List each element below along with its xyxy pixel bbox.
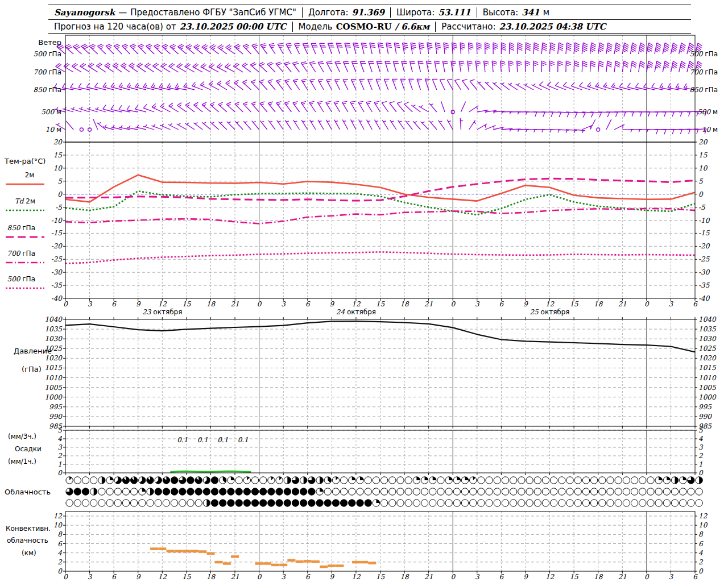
svg-text:3: 3: [669, 300, 674, 308]
svg-text:850 гПа: 850 гПа: [690, 86, 718, 94]
svg-text:12: 12: [158, 300, 168, 308]
conv-panel-title-1: Конвективн.: [6, 525, 51, 533]
svg-text:0: 0: [450, 573, 456, 581]
svg-text:1: 1: [57, 460, 62, 468]
svg-text:0: 0: [63, 573, 68, 581]
svg-text:1015: 1015: [698, 364, 717, 372]
conv-panel-title-2: облачность: [7, 537, 48, 544]
svg-text:1005: 1005: [698, 384, 717, 392]
svg-text:990: 990: [49, 413, 63, 421]
svg-text:1005: 1005: [44, 384, 63, 392]
svg-text:18: 18: [206, 573, 216, 581]
svg-text:8: 8: [698, 530, 704, 538]
svg-text:10 м: 10 м: [46, 126, 61, 134]
svg-text:500 гПа: 500 гПа: [7, 275, 35, 283]
svg-text:9: 9: [136, 573, 141, 581]
svg-text:21: 21: [424, 300, 433, 308]
svg-text:3: 3: [88, 573, 93, 581]
svg-text:15: 15: [569, 573, 579, 581]
svg-text:6: 6: [57, 540, 63, 548]
svg-text:6: 6: [693, 573, 698, 581]
svg-text:0: 0: [57, 469, 63, 477]
svg-text:3: 3: [669, 573, 674, 581]
svg-text:2: 2: [57, 452, 63, 460]
svg-text:1035: 1035: [44, 325, 63, 333]
svg-text:-5: -5: [698, 203, 706, 211]
svg-text:0: 0: [698, 567, 704, 575]
precipitation: [171, 471, 251, 472]
svg-text:850 гПа: 850 гПа: [7, 224, 35, 232]
svg-text:1040: 1040: [44, 315, 63, 323]
svg-text:12: 12: [158, 573, 168, 581]
svg-text:12: 12: [53, 512, 63, 520]
svg-text:12: 12: [545, 300, 555, 308]
svg-text:-25: -25: [698, 255, 710, 263]
wind-row-10 м: [56, 118, 706, 134]
convective-bars: [150, 547, 376, 568]
svg-text:0: 0: [63, 300, 68, 308]
svg-text:15: 15: [698, 151, 708, 159]
cloud-cover: [66, 477, 702, 506]
svg-text:1010: 1010: [698, 374, 717, 382]
svg-text:6: 6: [305, 573, 311, 581]
svg-text:6: 6: [698, 540, 704, 548]
svg-text:-35: -35: [51, 281, 63, 289]
svg-text:10: 10: [698, 164, 708, 172]
svg-text:1025: 1025: [698, 344, 717, 352]
svg-text:5: 5: [698, 177, 704, 185]
svg-text:-25: -25: [51, 255, 63, 263]
svg-text:1015: 1015: [44, 364, 63, 372]
date-label: 25 октября: [530, 308, 569, 316]
svg-text:1040: 1040: [698, 315, 717, 323]
svg-text:6: 6: [499, 300, 504, 308]
svg-text:10: 10: [53, 164, 63, 172]
svg-text:1035: 1035: [698, 325, 717, 333]
temp-panel-title: Тем-ра(°C): [4, 157, 46, 165]
svg-text:18: 18: [594, 300, 603, 308]
svg-text:21: 21: [618, 300, 627, 308]
cloud-row-1: [66, 477, 702, 484]
svg-text:15: 15: [182, 300, 192, 308]
svg-text:0: 0: [257, 300, 262, 308]
svg-text:850 гПа: 850 гПа: [34, 86, 61, 94]
svg-text:-10: -10: [698, 217, 710, 225]
svg-text:1025: 1025: [44, 344, 63, 352]
svg-text:700 гПа: 700 гПа: [690, 68, 718, 76]
precip-unit-1h: (мм/1ч.): [8, 458, 36, 465]
svg-text:500 гПа: 500 гПа: [690, 50, 718, 58]
svg-text:10 м: 10 м: [702, 126, 718, 134]
svg-text:990: 990: [698, 413, 712, 421]
svg-text:12: 12: [351, 300, 361, 308]
svg-text:15: 15: [376, 573, 386, 581]
svg-text:5: 5: [57, 177, 63, 185]
svg-text:18: 18: [400, 573, 410, 581]
svg-text:15: 15: [182, 573, 192, 581]
cloud-row-2: [66, 488, 702, 495]
svg-text:18: 18: [594, 573, 603, 581]
svg-text:2: 2: [698, 452, 704, 460]
svg-text:20: 20: [53, 138, 63, 146]
svg-text:21: 21: [424, 573, 433, 581]
svg-text:15: 15: [53, 151, 63, 159]
wind-panel-title: Ветер: [38, 38, 61, 47]
svg-text:-30: -30: [51, 268, 63, 276]
svg-text:4: 4: [57, 549, 62, 557]
svg-text:1000: 1000: [698, 393, 717, 401]
svg-text:4: 4: [698, 549, 703, 557]
svg-text:0: 0: [450, 300, 456, 308]
precip-amount-label: 0.1: [177, 436, 188, 444]
svg-text:3: 3: [281, 573, 286, 581]
svg-text:995: 995: [49, 403, 63, 411]
svg-text:-40: -40: [698, 294, 710, 302]
svg-text:21: 21: [230, 573, 239, 581]
svg-text:-30: -30: [698, 268, 710, 276]
svg-text:6: 6: [499, 573, 504, 581]
svg-text:0: 0: [57, 190, 63, 198]
svg-text:-15: -15: [51, 229, 63, 237]
conv-panel-title-3: (км): [22, 549, 36, 557]
svg-text:2: 2: [57, 558, 63, 566]
svg-text:15: 15: [376, 300, 386, 308]
svg-text:Td 2м: Td 2м: [15, 197, 35, 205]
svg-text:3: 3: [57, 443, 63, 451]
svg-text:4: 4: [57, 435, 62, 443]
